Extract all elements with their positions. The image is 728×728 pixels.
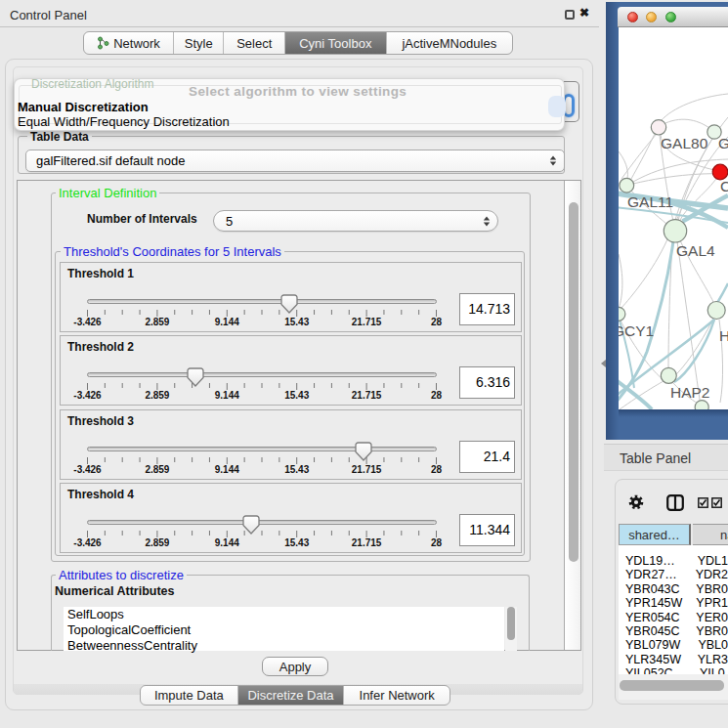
svg-text:H: H [719,327,728,344]
svg-text:GCY1: GCY1 [619,322,654,339]
svg-text:HAP2: HAP2 [670,384,710,401]
svg-text:GAL11: GAL11 [627,193,673,210]
svg-text:GA: GA [718,135,728,151]
svg-text:GAL4: GAL4 [676,242,715,259]
svg-text:GAL80: GAL80 [661,135,708,151]
svg-text:C: C [720,178,728,194]
